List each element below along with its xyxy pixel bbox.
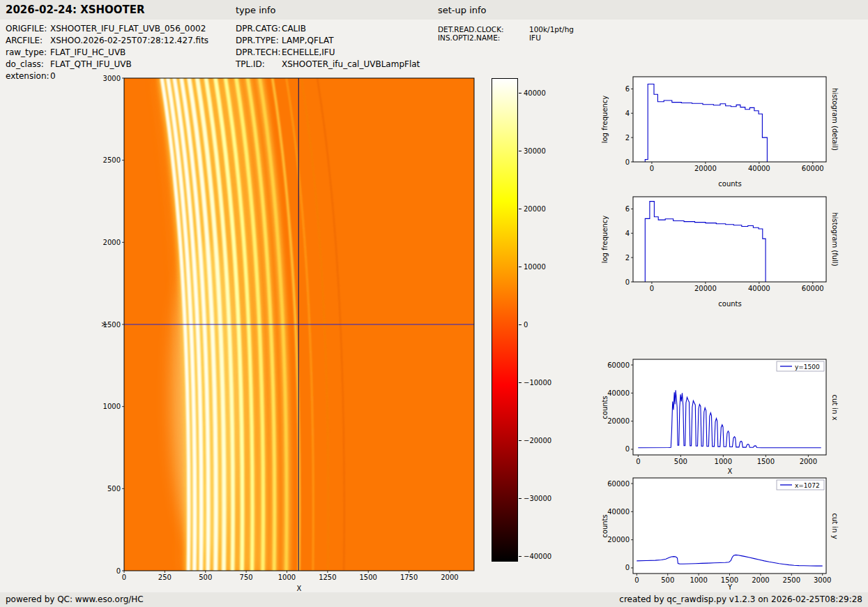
svg-text:0: 0	[122, 574, 126, 581]
svg-text:60000: 60000	[802, 165, 824, 172]
svg-text:60000: 60000	[607, 361, 630, 369]
hist-detail-side-label: histogram (detail)	[831, 88, 839, 151]
hist-detail-yaxis-label: log frequency	[601, 96, 609, 144]
meta-label: raw_type:	[6, 47, 50, 59]
cut-y-yaxis-label: counts	[601, 514, 609, 537]
colorbar-tick-mark	[519, 93, 521, 93]
svg-text:1000: 1000	[278, 574, 296, 581]
page-title: 2026-02-24: XSHOOTER	[6, 3, 145, 16]
meta-row-tplid: TPL.ID:XSHOOTER_ifu_cal_UVBLampFlat	[236, 59, 420, 70]
svg-text:4: 4	[625, 230, 630, 237]
meta-row-readclock: DET.READ.CLOCK:100k/1pt/hg	[438, 25, 574, 33]
type-info-heading: type info	[236, 5, 276, 15]
type-info-block: DPR.CATG:CALIB DPR.TYPE:LAMP,QFLAT DPR.T…	[236, 23, 420, 70]
svg-text:500: 500	[674, 458, 687, 465]
svg-text:500: 500	[661, 576, 674, 584]
svg-text:1000: 1000	[690, 576, 707, 584]
svg-text:y=1500: y=1500	[795, 364, 820, 370]
colorbar-tick-label: 10000	[524, 262, 546, 270]
svg-text:500: 500	[107, 485, 121, 493]
cut-x-xaxis-label: X	[728, 467, 733, 475]
main-xaxis-label: X	[297, 585, 302, 592]
svg-text:500: 500	[199, 574, 212, 581]
svg-text:2000: 2000	[752, 576, 769, 584]
meta-value: XSHOO.2026-02-25T07:28:12.427.fits	[50, 36, 208, 45]
colorbar-tick-mark	[519, 382, 521, 383]
svg-text:0: 0	[634, 576, 639, 584]
svg-text:20000: 20000	[694, 285, 717, 292]
svg-text:60000: 60000	[802, 285, 824, 292]
svg-text:1750: 1750	[400, 574, 418, 581]
hist-full-yaxis-label: log frequency	[601, 216, 609, 264]
colorbar-tick-mark	[519, 498, 521, 499]
svg-text:3000: 3000	[103, 75, 121, 82]
svg-text:1000: 1000	[103, 403, 121, 410]
meta-value: XSHOOTER_ifu_cal_UVBLampFlat	[282, 59, 420, 69]
svg-text:0: 0	[116, 567, 121, 575]
colorbar-tick-mark	[519, 556, 521, 557]
setup-info-heading: set-up info	[438, 5, 487, 15]
cut-y-xaxis-label: Y	[728, 583, 732, 591]
svg-text:0: 0	[650, 165, 654, 172]
meta-label: DPR.TECH:	[236, 47, 282, 59]
meta-value: FLAT_IFU_HC_UVB	[50, 47, 125, 57]
svg-text:0: 0	[625, 158, 630, 166]
svg-text:0: 0	[625, 564, 630, 571]
svg-text:40000: 40000	[748, 165, 770, 172]
svg-text:2: 2	[625, 134, 630, 142]
meta-value: ECHELLE,IFU	[282, 47, 335, 57]
colorbar-tick-mark	[519, 324, 521, 325]
colorbar-tick-mark	[519, 440, 521, 441]
svg-text:x=1072: x=1072	[795, 482, 820, 489]
colorbar-tick-label: 30000	[524, 147, 546, 154]
footer-created-by: created by qc_rawdisp.py v1.2.3 on 2026-…	[619, 592, 862, 607]
svg-text:20000: 20000	[694, 165, 717, 172]
meta-value: 0	[50, 71, 56, 81]
svg-text:40000: 40000	[607, 389, 630, 397]
meta-value: IFU	[529, 33, 541, 42]
svg-text:40000: 40000	[748, 285, 770, 292]
svg-text:2500: 2500	[783, 576, 800, 584]
svg-text:0: 0	[625, 278, 630, 286]
meta-label: ORIGFILE:	[6, 23, 50, 35]
svg-text:2000: 2000	[441, 574, 458, 581]
meta-label: DPR.CATG:	[236, 23, 282, 35]
meta-row-doclass: do_class:FLAT_QTH_IFU_UVB	[6, 59, 208, 70]
svg-text:40000: 40000	[607, 508, 630, 516]
svg-text:20000: 20000	[607, 536, 630, 544]
footer-bar: powered by QC: www.eso.org/HC created by…	[0, 592, 868, 607]
header-bar: 2026-02-24: XSHOOTER type info set-up in…	[0, 0, 868, 20]
meta-row-dprtech: DPR.TECH:ECHELLE,IFU	[236, 47, 420, 59]
colorbar-tick-label: 20000	[524, 204, 546, 212]
setup-info-block: DET.READ.CLOCK:100k/1pt/hg INS.OPTI2.NAM…	[438, 25, 574, 42]
meta-row-rawtype: raw_type:FLAT_IFU_HC_UVB	[6, 47, 208, 59]
colorbar-tick-label: −10000	[524, 378, 551, 386]
colorbar-tick-label: −30000	[524, 494, 551, 502]
svg-text:0: 0	[625, 445, 630, 453]
meta-label: ARCFILE:	[6, 35, 50, 47]
svg-text:1000: 1000	[715, 458, 732, 465]
svg-text:3000: 3000	[814, 576, 831, 584]
meta-row-opti2: INS.OPTI2.NAME:IFU	[438, 33, 574, 42]
svg-text:20000: 20000	[607, 417, 630, 425]
histogram-full-plot: 02000040000600000246	[601, 191, 832, 299]
colorbar	[492, 78, 518, 562]
colorbar-tick-label: 0	[524, 320, 528, 328]
hist-detail-xaxis-label: counts	[718, 180, 741, 188]
meta-label: INS.OPTI2.NAME:	[438, 33, 529, 42]
cut-x-yaxis-label: counts	[601, 396, 609, 419]
colorbar-tick-label: −20000	[524, 436, 551, 444]
hist-full-side-label: histogram (full)	[831, 212, 839, 266]
meta-value: XSHOOTER_IFU_FLAT_UVB_056_0002	[50, 24, 206, 33]
meta-row-dprcatg: DPR.CATG:CALIB	[236, 23, 420, 35]
main-yaxis-label: Y	[101, 322, 109, 327]
meta-row-dprtype: DPR.TYPE:LAMP,QFLAT	[236, 35, 420, 47]
meta-value: 100k/1pt/hg	[529, 25, 574, 33]
meta-row-arcfile: ARCFILE:XSHOO.2026-02-25T07:28:12.427.fi…	[6, 35, 208, 47]
svg-text:2500: 2500	[103, 156, 121, 164]
meta-value: LAMP,QFLAT	[282, 36, 334, 45]
meta-value: FLAT_QTH_IFU_UVB	[50, 59, 132, 69]
meta-value: CALIB	[282, 24, 306, 33]
svg-text:4: 4	[625, 110, 630, 117]
svg-text:6: 6	[625, 85, 630, 93]
